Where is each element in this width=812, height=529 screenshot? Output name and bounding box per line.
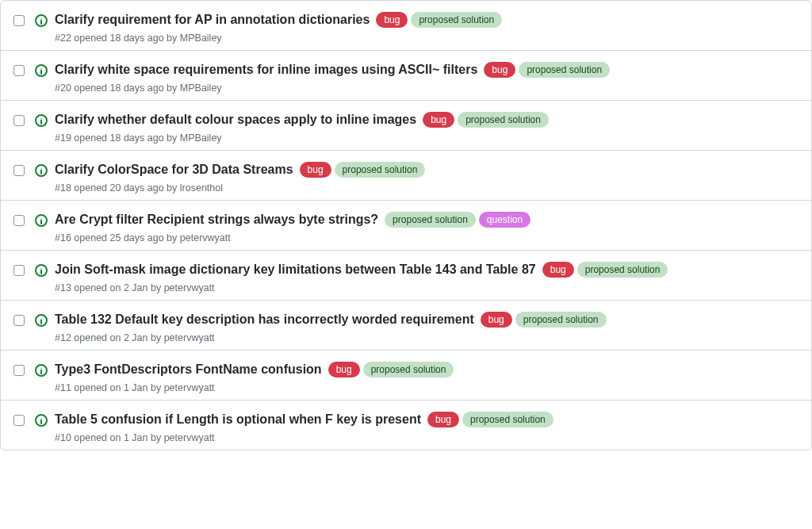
status-icon-column: [34, 257, 55, 280]
label-proposed-solution[interactable]: proposed solution: [577, 262, 668, 278]
issue-meta: #18 opened 20 days ago by lrosenthol: [55, 182, 799, 194]
select-issue-checkbox[interactable]: [13, 265, 25, 276]
select-issue-checkbox[interactable]: [13, 65, 25, 76]
svg-point-10: [41, 168, 42, 169]
issue-row: Table 5 confusion if Length is optional …: [1, 400, 811, 450]
issue-title-link[interactable]: Are Crypt filter Recipient strings alway…: [55, 210, 378, 229]
checkbox-column: [13, 407, 34, 428]
status-icon-column: [34, 57, 55, 80]
label-proposed-solution[interactable]: proposed solution: [385, 212, 476, 228]
checkbox-column: [13, 307, 34, 328]
select-issue-checkbox[interactable]: [13, 315, 25, 326]
label-proposed-solution[interactable]: proposed solution: [515, 312, 607, 328]
issue-author-link[interactable]: MPBailey: [180, 82, 222, 94]
issue-content: Table 132 Default key description has in…: [55, 307, 799, 343]
title-line: Clarify white space requirements for inl…: [55, 60, 799, 79]
label-bug[interactable]: bug: [427, 412, 459, 427]
issue-title-link[interactable]: Join Soft-mask image dictionary key limi…: [55, 260, 536, 279]
issue-row: Table 132 Default key description has in…: [1, 300, 811, 350]
issue-row: Join Soft-mask image dictionary key limi…: [1, 250, 811, 300]
issue-open-icon: [34, 63, 48, 78]
issue-number: #13: [55, 282, 71, 293]
issue-number: #10: [55, 432, 71, 443]
issue-author-link[interactable]: lrosenthol: [180, 182, 223, 194]
label-bug[interactable]: bug: [481, 312, 512, 328]
issue-opened-text: opened 18 days ago by: [74, 33, 177, 44]
issue-title-link[interactable]: Clarify whether default colour spaces ap…: [55, 110, 416, 129]
issue-open-icon: [34, 213, 48, 228]
issue-meta: #12 opened on 2 Jan by petervwyatt: [55, 332, 799, 343]
select-issue-checkbox[interactable]: [13, 115, 25, 126]
issue-content: Table 5 confusion if Length is optional …: [55, 407, 799, 443]
select-issue-checkbox[interactable]: [13, 215, 25, 226]
issue-list: Clarify requirement for AP in annotation…: [0, 0, 812, 450]
label-bug[interactable]: bug: [484, 62, 515, 78]
select-issue-checkbox[interactable]: [13, 415, 25, 426]
title-line: Clarify requirement for AP in annotation…: [55, 10, 799, 29]
label-question[interactable]: question: [479, 212, 530, 228]
issue-content: Type3 FontDescriptors FontName confusion…: [55, 357, 799, 393]
label-proposed-solution[interactable]: proposed solution: [519, 62, 610, 78]
label-bug[interactable]: bug: [300, 162, 331, 178]
title-line: Clarify ColorSpace for 3D Data Streamsbu…: [55, 160, 799, 179]
svg-point-13: [41, 218, 42, 219]
issue-open-icon: [34, 113, 48, 128]
title-line: Clarify whether default colour spaces ap…: [55, 110, 799, 129]
label-proposed-solution[interactable]: proposed solution: [411, 12, 502, 28]
status-icon-column: [34, 307, 55, 330]
issue-opened-text: opened 18 days ago by: [74, 82, 177, 94]
issue-row: Are Crypt filter Recipient strings alway…: [1, 200, 811, 250]
label-bug[interactable]: bug: [328, 362, 360, 378]
issue-title-link[interactable]: Table 132 Default key description has in…: [55, 310, 474, 329]
issue-open-icon: [34, 263, 48, 278]
issue-content: Are Crypt filter Recipient strings alway…: [55, 207, 799, 243]
issue-open-icon: [34, 363, 48, 378]
label-proposed-solution[interactable]: proposed solution: [335, 162, 426, 178]
issue-meta: #10 opened on 1 Jan by petervwyatt: [55, 432, 799, 443]
checkbox-column: [13, 207, 34, 228]
issue-row: Clarify whether default colour spaces ap…: [1, 100, 811, 150]
status-icon-column: [34, 107, 55, 130]
issue-author-link[interactable]: petervwyatt: [164, 282, 215, 293]
issue-opened-text: opened 25 days ago by: [74, 232, 177, 243]
issue-meta: #13 opened on 2 Jan by petervwyatt: [55, 282, 799, 293]
issue-opened-text: opened 20 days ago by: [74, 182, 177, 194]
issue-content: Clarify whether default colour spaces ap…: [55, 107, 799, 144]
issue-opened-text: opened on 2 Jan by: [74, 332, 161, 343]
label-proposed-solution[interactable]: proposed solution: [458, 112, 549, 128]
issue-title-link[interactable]: Type3 FontDescriptors FontName confusion: [55, 360, 322, 379]
svg-point-16: [41, 268, 42, 269]
issue-content: Clarify white space requirements for inl…: [55, 57, 799, 94]
label-bug[interactable]: bug: [542, 262, 574, 278]
select-issue-checkbox[interactable]: [13, 165, 25, 176]
issue-author-link[interactable]: MPBailey: [180, 132, 222, 144]
issue-title-link[interactable]: Table 5 confusion if Length is optional …: [55, 410, 421, 429]
label-proposed-solution[interactable]: proposed solution: [462, 412, 553, 427]
issue-title-link[interactable]: Clarify white space requirements for inl…: [55, 60, 477, 79]
status-icon-column: [34, 157, 55, 180]
issue-author-link[interactable]: MPBailey: [180, 33, 222, 44]
svg-point-1: [41, 18, 42, 19]
select-issue-checkbox[interactable]: [13, 15, 25, 26]
issue-number: #11: [55, 382, 71, 393]
issue-title-link[interactable]: Clarify requirement for AP in annotation…: [55, 10, 370, 29]
issue-number: #18: [55, 182, 71, 194]
label-bug[interactable]: bug: [376, 12, 408, 28]
issue-meta: #11 opened on 1 Jan by petervwyatt: [55, 382, 799, 393]
title-line: Join Soft-mask image dictionary key limi…: [55, 260, 799, 279]
issue-author-link[interactable]: petervwyatt: [164, 382, 215, 393]
checkbox-column: [13, 7, 34, 29]
issue-author-link[interactable]: petervwyatt: [164, 332, 215, 343]
issue-number: #22: [55, 33, 71, 44]
issue-row: Clarify white space requirements for inl…: [1, 50, 811, 100]
issue-number: #19: [55, 132, 71, 144]
issue-open-icon: [34, 13, 48, 28]
select-issue-checkbox[interactable]: [13, 365, 25, 376]
svg-point-22: [41, 368, 42, 369]
label-bug[interactable]: bug: [423, 112, 454, 128]
issue-title-link[interactable]: Clarify ColorSpace for 3D Data Streams: [55, 160, 293, 179]
label-proposed-solution[interactable]: proposed solution: [363, 362, 454, 378]
issue-author-link[interactable]: petervwyatt: [164, 432, 215, 443]
issue-author-link[interactable]: petervwyatt: [180, 232, 231, 243]
issue-open-icon: [34, 313, 48, 328]
